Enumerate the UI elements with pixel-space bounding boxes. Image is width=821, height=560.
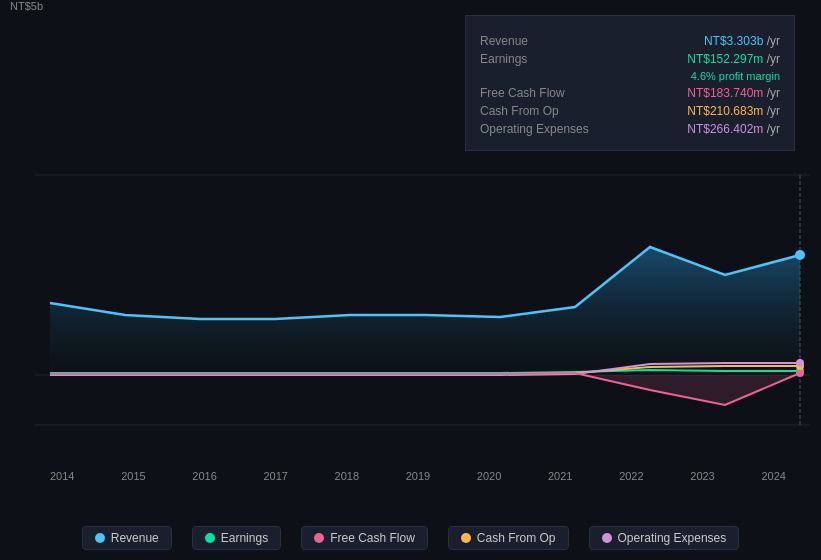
x-label-2021: 2021 bbox=[548, 470, 572, 482]
tooltip-revenue-value: NT$3.303b /yr bbox=[704, 34, 780, 48]
tooltip-fcf-row: Free Cash Flow NT$183.740m /yr bbox=[480, 86, 780, 100]
tooltip-margin-row: 4.6% profit margin bbox=[480, 70, 780, 82]
tooltip-cashop-value: NT$210.683m /yr bbox=[687, 104, 780, 118]
tooltip-earnings-label: Earnings bbox=[480, 52, 527, 66]
tooltip-opex-label: Operating Expenses bbox=[480, 122, 589, 136]
legend-earnings-dot bbox=[205, 533, 215, 543]
tooltip-cashop-row: Cash From Op NT$210.683m /yr bbox=[480, 104, 780, 118]
data-tooltip: Revenue NT$3.303b /yr Earnings NT$152.29… bbox=[465, 15, 795, 151]
tooltip-revenue-label: Revenue bbox=[480, 34, 528, 48]
x-label-2018: 2018 bbox=[335, 470, 359, 482]
legend-fcf[interactable]: Free Cash Flow bbox=[301, 526, 428, 550]
legend-earnings-label: Earnings bbox=[221, 531, 268, 545]
tooltip-earnings-value: NT$152.297m /yr bbox=[687, 52, 780, 66]
legend-cashop-label: Cash From Op bbox=[477, 531, 556, 545]
legend-revenue-label: Revenue bbox=[111, 531, 159, 545]
x-label-2020: 2020 bbox=[477, 470, 501, 482]
tooltip-fcf-label: Free Cash Flow bbox=[480, 86, 565, 100]
x-label-2019: 2019 bbox=[406, 470, 430, 482]
legend-earnings[interactable]: Earnings bbox=[192, 526, 281, 550]
legend-opex[interactable]: Operating Expenses bbox=[589, 526, 740, 550]
tooltip-cashop-label: Cash From Op bbox=[480, 104, 559, 118]
legend-opex-dot bbox=[602, 533, 612, 543]
legend-fcf-label: Free Cash Flow bbox=[330, 531, 415, 545]
x-label-2016: 2016 bbox=[192, 470, 216, 482]
x-label-2014: 2014 bbox=[50, 470, 74, 482]
y-label-5b: NT$5b bbox=[10, 0, 43, 12]
chart-legend: Revenue Earnings Free Cash Flow Cash Fro… bbox=[0, 526, 821, 550]
x-label-2023: 2023 bbox=[690, 470, 714, 482]
tooltip-opex-value: NT$266.402m /yr bbox=[687, 122, 780, 136]
x-label-2022: 2022 bbox=[619, 470, 643, 482]
legend-fcf-dot bbox=[314, 533, 324, 543]
x-axis: 2014 2015 2016 2017 2018 2019 2020 2021 … bbox=[0, 470, 821, 482]
legend-revenue[interactable]: Revenue bbox=[82, 526, 172, 550]
fcf-dot bbox=[796, 369, 804, 377]
tooltip-revenue-row: Revenue NT$3.303b /yr bbox=[480, 34, 780, 48]
revenue-dot bbox=[795, 250, 805, 260]
chart-svg bbox=[0, 155, 821, 475]
x-label-2024: 2024 bbox=[761, 470, 785, 482]
x-label-2015: 2015 bbox=[121, 470, 145, 482]
legend-cashop[interactable]: Cash From Op bbox=[448, 526, 569, 550]
tooltip-fcf-value: NT$183.740m /yr bbox=[687, 86, 780, 100]
legend-opex-label: Operating Expenses bbox=[618, 531, 727, 545]
tooltip-margin-value: 4.6% profit margin bbox=[691, 70, 780, 82]
x-label-2017: 2017 bbox=[263, 470, 287, 482]
legend-revenue-dot bbox=[95, 533, 105, 543]
opex-dot bbox=[796, 359, 804, 367]
legend-cashop-dot bbox=[461, 533, 471, 543]
tooltip-opex-row: Operating Expenses NT$266.402m /yr bbox=[480, 122, 780, 136]
tooltip-earnings-row: Earnings NT$152.297m /yr bbox=[480, 52, 780, 66]
